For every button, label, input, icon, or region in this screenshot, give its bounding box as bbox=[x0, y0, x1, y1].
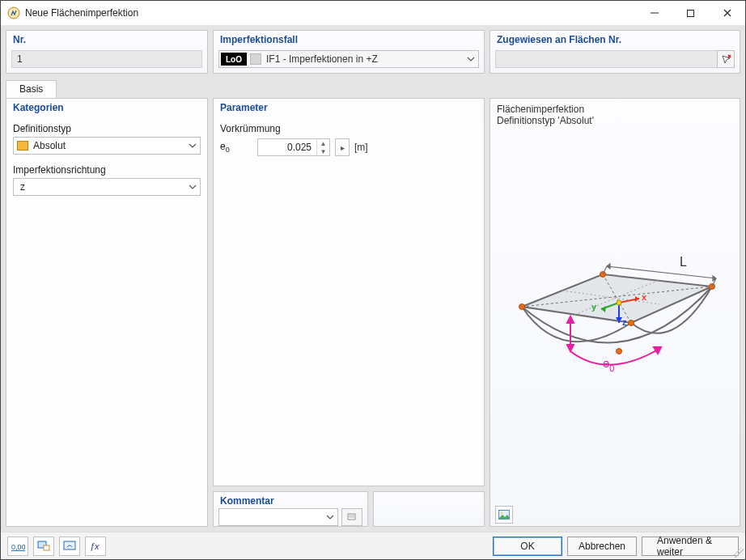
deftyp-label: Definitionstyp bbox=[13, 123, 201, 134]
svg-marker-18 bbox=[567, 345, 574, 351]
cancel-button[interactable]: Abbrechen bbox=[567, 537, 637, 556]
fx-button[interactable]: ƒx bbox=[85, 537, 106, 556]
chevron-down-icon bbox=[185, 143, 200, 148]
chevron-down-icon bbox=[464, 51, 478, 67]
if-value: IF1 - Imperfektionen in +Z bbox=[266, 51, 464, 67]
chevron-down-icon bbox=[323, 515, 337, 520]
chevron-down-icon bbox=[185, 185, 200, 189]
dialog-window: Neue Flächenimperfektion Nr. Imperfektio… bbox=[0, 0, 746, 560]
vorkruemmung-label: Vorkrümmung bbox=[220, 123, 477, 134]
direction-select[interactable]: z bbox=[13, 178, 201, 196]
display-settings-button[interactable] bbox=[33, 537, 54, 556]
svg-marker-17 bbox=[567, 316, 574, 323]
panel-imperfektionsfall: Imperfektionsfall LoO IF1 - Imperfektion… bbox=[213, 30, 485, 74]
nr-input[interactable] bbox=[11, 50, 202, 68]
dialog-body: Kategorien Definitionstyp Absolut Imperf… bbox=[1, 98, 745, 532]
svg-point-8 bbox=[617, 349, 622, 354]
dir-label: Imperfektionsrichtung bbox=[13, 164, 201, 176]
app-icon bbox=[7, 6, 20, 19]
maximize-button[interactable] bbox=[672, 1, 709, 25]
if-header: Imperfektionsfall bbox=[214, 31, 484, 50]
value-picker-button[interactable]: ▸ bbox=[335, 138, 350, 156]
loadcase-badge: LoO bbox=[221, 53, 247, 66]
preview-canvas: L x y z bbox=[490, 126, 740, 503]
svg-point-4 bbox=[519, 304, 525, 310]
view-button[interactable] bbox=[59, 537, 80, 556]
kommentar-pick-button[interactable] bbox=[341, 508, 362, 526]
zw-header: Zugewiesen an Flächen Nr. bbox=[490, 31, 740, 50]
panel-aux bbox=[373, 491, 485, 527]
left-columns: Kategorien Definitionstyp Absolut Imperf… bbox=[6, 98, 485, 527]
panel-kategorien: Kategorien Definitionstyp Absolut Imperf… bbox=[6, 98, 208, 527]
window-title: Neue Flächenimperfektion bbox=[25, 7, 636, 19]
imperfektionsfall-select[interactable]: LoO IF1 - Imperfektionen in +Z bbox=[218, 50, 479, 68]
resize-grip[interactable] bbox=[734, 548, 744, 558]
e0-spinner[interactable]: 0.025 ▲ ▼ bbox=[257, 138, 330, 156]
label-e0: e0 bbox=[603, 356, 614, 373]
apply-continue-button[interactable]: Anwenden & weiter bbox=[642, 537, 739, 556]
header-band: Nr. Imperfektionsfall LoO IF1 - Imperfek… bbox=[1, 25, 745, 78]
svg-point-15 bbox=[617, 300, 621, 305]
nr-header: Nr. bbox=[6, 31, 207, 50]
assigned-surfaces-input[interactable] bbox=[495, 50, 717, 68]
e0-unit: [m] bbox=[354, 142, 368, 153]
label-L: L bbox=[680, 255, 687, 269]
tab-basis[interactable]: Basis bbox=[6, 80, 57, 98]
svg-marker-19 bbox=[654, 347, 661, 354]
units-button[interactable]: 0,00 bbox=[7, 537, 28, 556]
image-picker-button[interactable] bbox=[495, 506, 513, 524]
dir-value: z bbox=[17, 181, 185, 193]
preview-title: Flächenimperfektion Definitionstyp 'Abso… bbox=[490, 99, 740, 126]
parameter-header: Parameter bbox=[214, 99, 484, 118]
window-controls bbox=[636, 1, 745, 25]
kommentar-combo[interactable] bbox=[218, 508, 338, 526]
axis-z: z bbox=[622, 317, 627, 327]
ok-button[interactable]: OK bbox=[493, 537, 562, 556]
svg-rect-2 bbox=[348, 514, 355, 520]
imperfection-diagram: L x y z bbox=[498, 226, 732, 404]
svg-rect-1 bbox=[688, 10, 694, 16]
kommentar-header: Kommentar bbox=[214, 492, 367, 508]
tab-row: Basis bbox=[1, 78, 745, 98]
deftyp-value: Absolut bbox=[33, 140, 185, 151]
deftyp-color-swatch bbox=[17, 141, 28, 151]
spinner-up-icon[interactable]: ▲ bbox=[317, 139, 329, 147]
panel-zugewiesen: Zugewiesen an Flächen Nr. bbox=[490, 30, 740, 74]
titlebar: Neue Flächenimperfektion bbox=[1, 1, 745, 25]
minimize-button[interactable] bbox=[636, 1, 672, 25]
loadcase-color-swatch bbox=[250, 53, 261, 65]
svg-point-21 bbox=[501, 512, 503, 515]
deftyp-select[interactable]: Absolut bbox=[13, 137, 201, 155]
pick-surface-button[interactable] bbox=[717, 50, 735, 68]
e0-label: e0 bbox=[220, 141, 252, 154]
panel-nr: Nr. bbox=[6, 30, 208, 74]
panel-preview: Flächenimperfektion Definitionstyp 'Abso… bbox=[490, 98, 740, 527]
panel-parameter: Parameter Vorkrümmung e0 0.025 ▲ ▼ bbox=[213, 98, 485, 486]
svg-text:ƒx: ƒx bbox=[90, 541, 100, 551]
svg-point-7 bbox=[629, 320, 634, 326]
axis-x: x bbox=[642, 292, 647, 302]
svg-rect-24 bbox=[44, 545, 49, 550]
kategorien-header: Kategorien bbox=[6, 99, 207, 118]
svg-marker-3 bbox=[522, 274, 712, 323]
e0-value[interactable]: 0.025 bbox=[258, 139, 316, 155]
axis-y: y bbox=[591, 302, 597, 312]
close-button[interactable] bbox=[709, 1, 745, 25]
svg-text:0,00: 0,00 bbox=[11, 543, 25, 551]
bottom-bar: 0,00 ƒx OK Abbrechen Anwenden & weiter bbox=[1, 532, 745, 559]
spinner-down-icon[interactable]: ▼ bbox=[317, 147, 329, 155]
panel-kommentar: Kommentar bbox=[213, 491, 368, 527]
